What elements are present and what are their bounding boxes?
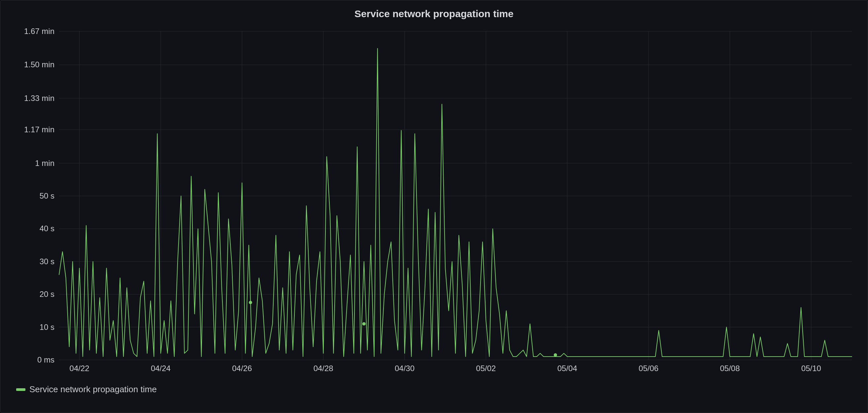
svg-text:05/04: 05/04 [557,364,577,373]
svg-point-43 [362,322,366,326]
svg-text:30 s: 30 s [40,257,55,266]
svg-text:05/10: 05/10 [801,364,821,373]
legend[interactable]: Service network propagation time [9,384,859,394]
svg-text:05/02: 05/02 [476,364,496,373]
svg-text:04/26: 04/26 [232,364,252,373]
svg-text:1.67 min: 1.67 min [24,27,55,36]
chart-panel: Service network propagation time 0 ms10 … [0,0,868,413]
svg-text:05/08: 05/08 [720,364,740,373]
chart-title: Service network propagation time [9,8,859,20]
svg-text:0 ms: 0 ms [37,355,55,364]
chart-svg: 0 ms10 s20 s30 s40 s50 s1 min1.17 min1.3… [9,25,859,378]
svg-text:04/28: 04/28 [313,364,333,373]
svg-text:20 s: 20 s [40,290,55,298]
legend-swatch [16,388,25,391]
plot-area[interactable]: 0 ms10 s20 s30 s40 s50 s1 min1.17 min1.3… [9,25,859,378]
svg-text:1.33 min: 1.33 min [24,94,55,103]
svg-text:04/22: 04/22 [70,364,89,373]
svg-text:40 s: 40 s [40,224,55,233]
svg-text:05/06: 05/06 [639,364,658,373]
svg-point-44 [554,353,557,357]
svg-text:1.50 min: 1.50 min [24,60,55,69]
svg-text:04/30: 04/30 [395,364,414,373]
svg-text:50 s: 50 s [40,191,55,200]
svg-text:1.17 min: 1.17 min [24,125,55,134]
svg-point-42 [249,301,252,304]
svg-text:1 min: 1 min [35,159,55,167]
legend-label: Service network propagation time [29,384,157,394]
svg-text:10 s: 10 s [40,323,55,331]
svg-text:04/24: 04/24 [151,364,170,373]
